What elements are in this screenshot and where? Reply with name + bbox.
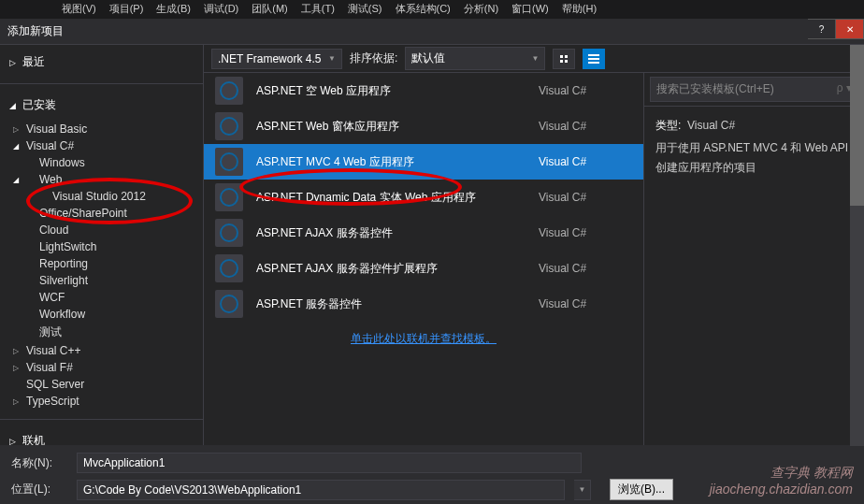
- browse-button[interactable]: 浏览(B)...: [610, 479, 673, 500]
- menubar: 视图(V) 项目(P) 生成(B) 调试(D) 团队(M) 工具(T) 测试(S…: [0, 0, 864, 19]
- type-value: Visual C#: [687, 119, 735, 132]
- template-name: ASP.NET Web 窗体应用程序: [256, 119, 526, 135]
- template-item[interactable]: ASP.NET AJAX 服务器控件扩展程序 Visual C#: [204, 251, 643, 286]
- tree-test[interactable]: 测试: [9, 323, 203, 342]
- template-icon: [215, 148, 243, 176]
- menu-item[interactable]: 分析(N): [458, 0, 504, 19]
- type-label: 类型:: [655, 119, 681, 132]
- sidebar-online[interactable]: ▷联机: [0, 427, 203, 445]
- template-item[interactable]: ASP.NET Dynamic Data 实体 Web 应用程序 Visual …: [204, 180, 643, 215]
- titlebar: 添加新项目 ? ✕: [0, 19, 864, 45]
- sort-label: 排序依据:: [350, 50, 397, 66]
- menu-item[interactable]: 工具(T): [295, 0, 340, 19]
- tree-visual-fsharp[interactable]: Visual F#: [9, 359, 203, 376]
- template-icon: [215, 183, 243, 211]
- template-name: ASP.NET Dynamic Data 实体 Web 应用程序: [256, 190, 526, 206]
- tree-visual-basic[interactable]: Visual Basic: [9, 121, 203, 137]
- tree-vs2012[interactable]: Visual Studio 2012: [9, 188, 203, 205]
- sidebar-installed[interactable]: ◢已安装: [0, 92, 203, 119]
- name-label: 名称(N):: [11, 455, 67, 471]
- template-lang: Visual C#: [539, 262, 632, 275]
- tree-typescript[interactable]: TypeScript: [9, 393, 203, 410]
- menu-item[interactable]: 帮助(H): [556, 0, 602, 19]
- template-list: ASP.NET 空 Web 应用程序 Visual C# ASP.NET Web…: [204, 73, 643, 445]
- framework-dropdown[interactable]: .NET Framework 4.5▼: [211, 49, 342, 69]
- tree-sqlserver[interactable]: SQL Server: [9, 376, 203, 393]
- tree-silverlight[interactable]: Silverlight: [9, 272, 203, 289]
- help-button[interactable]: ?: [808, 19, 836, 39]
- template-description: 用于使用 ASP.NET MVC 4 和 Web API 创建应用程序的项目: [655, 138, 853, 177]
- template-lang: Visual C#: [539, 191, 632, 204]
- menu-item[interactable]: 调试(D): [198, 0, 244, 19]
- template-lang: Visual C#: [539, 120, 632, 133]
- tree-workflow[interactable]: Workflow: [9, 306, 203, 323]
- menu-item[interactable]: 窗口(W): [506, 0, 554, 19]
- template-item[interactable]: ASP.NET AJAX 服务器控件 Visual C#: [204, 215, 643, 251]
- tree-wcf[interactable]: WCF: [9, 289, 203, 306]
- template-item[interactable]: ASP.NET Web 窗体应用程序 Visual C#: [204, 108, 643, 144]
- view-list[interactable]: [583, 49, 605, 69]
- template-icon: [215, 254, 243, 282]
- location-dropdown-button[interactable]: ▼: [574, 480, 591, 500]
- template-icon: [215, 290, 243, 318]
- template-icon: [215, 112, 243, 140]
- location-input[interactable]: [77, 480, 565, 500]
- template-lang: Visual C#: [539, 226, 632, 239]
- template-name: ASP.NET AJAX 服务器控件: [256, 225, 526, 241]
- sidebar: ▷最近 ◢已安装 Visual Basic Visual C# Windows …: [0, 45, 204, 445]
- template-name: ASP.NET 服务器控件: [256, 296, 526, 312]
- template-item[interactable]: ASP.NET 服务器控件 Visual C#: [204, 286, 643, 322]
- tree-windows[interactable]: Windows: [9, 154, 203, 171]
- tree-cloud[interactable]: Cloud: [9, 222, 203, 238]
- template-lang: Visual C#: [539, 84, 632, 97]
- search-input[interactable]: 搜索已安装模板(Ctrl+E) ρ ▾: [650, 77, 858, 102]
- template-icon: [215, 77, 243, 105]
- template-name: ASP.NET AJAX 服务器控件扩展程序: [256, 261, 526, 277]
- details-pane: 搜索已安装模板(Ctrl+E) ρ ▾ 类型: Visual C# 用于使用 A…: [643, 73, 864, 445]
- tree-lightswitch[interactable]: LightSwitch: [9, 238, 203, 255]
- name-input[interactable]: [77, 453, 582, 473]
- menu-item[interactable]: 生成(B): [151, 0, 196, 19]
- close-button[interactable]: ✕: [836, 19, 864, 39]
- template-name: ASP.NET 空 Web 应用程序: [256, 83, 526, 99]
- menu-item[interactable]: 团队(M): [246, 0, 294, 19]
- template-name: ASP.NET MVC 4 Web 应用程序: [256, 154, 526, 170]
- template-lang: Visual C#: [539, 155, 632, 168]
- sort-dropdown[interactable]: 默认值▼: [405, 47, 545, 70]
- sidebar-recent[interactable]: ▷最近: [0, 49, 203, 76]
- tree-sharepoint[interactable]: Office/SharePoint: [9, 205, 203, 222]
- toolbar: .NET Framework 4.5▼ 排序依据: 默认值▼: [204, 45, 864, 73]
- window-title: 添加新项目: [7, 23, 64, 39]
- form-area: 名称(N): 位置(L): ▼ 浏览(B)...: [0, 445, 864, 504]
- tree-web[interactable]: Web: [9, 171, 203, 188]
- template-item[interactable]: ASP.NET 空 Web 应用程序 Visual C#: [204, 73, 643, 108]
- template-icon: [215, 219, 243, 247]
- menu-item[interactable]: 测试(S): [342, 0, 388, 19]
- template-lang: Visual C#: [539, 297, 632, 310]
- location-label: 位置(L):: [11, 482, 67, 497]
- scrollbar[interactable]: [850, 45, 864, 446]
- menu-item[interactable]: 视图(V): [56, 0, 102, 19]
- menu-item[interactable]: 项目(P): [104, 0, 150, 19]
- view-large-icons[interactable]: [553, 49, 575, 69]
- tree-visual-cpp[interactable]: Visual C++: [9, 342, 203, 359]
- tree-visual-csharp[interactable]: Visual C#: [9, 137, 203, 154]
- menu-item[interactable]: 体系结构(C): [390, 0, 456, 19]
- tree-reporting[interactable]: Reporting: [9, 255, 203, 272]
- template-item-selected[interactable]: ASP.NET MVC 4 Web 应用程序 Visual C#: [204, 144, 643, 180]
- online-templates-link[interactable]: 单击此处以联机并查找模板。: [351, 332, 497, 345]
